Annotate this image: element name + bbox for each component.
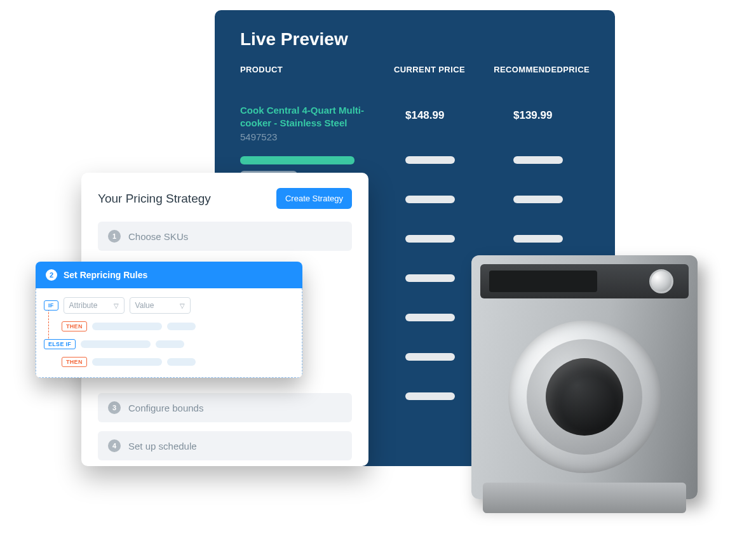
step-choose-skus[interactable]: 1 Choose SKUs (98, 222, 352, 251)
rule-then-line: THEN (44, 357, 294, 367)
col-header-recommended: RECOMMENDEDPRICE (494, 65, 590, 74)
appliance-image (456, 255, 715, 538)
product-sku: 5497523 (240, 131, 393, 142)
placeholder-bar (405, 196, 455, 203)
rule-if-line: IF Attribute ▽ Value ▽ (44, 297, 294, 314)
placeholder-pill (167, 358, 196, 366)
step-label: Choose SKUs (128, 231, 188, 242)
step-configure-bounds[interactable]: 3 Configure bounds (98, 393, 352, 422)
live-preview-header-row: PRODUCT CURRENT PRICE RECOMMENDEDPRICE (240, 65, 590, 90)
placeholder-bar (513, 235, 563, 243)
placeholder-bar (405, 314, 455, 321)
placeholder-pill (156, 340, 184, 348)
placeholder-bar (405, 353, 455, 361)
then-badge: THEN (62, 357, 87, 367)
washer-body (471, 255, 698, 499)
rules-header: 2 Set Repricing Rules (36, 262, 302, 288)
create-strategy-button[interactable]: Create Strategy (276, 188, 352, 209)
washer-glass (546, 358, 623, 436)
value-placeholder: Value (135, 301, 154, 310)
chevron-down-icon: ▽ (114, 302, 119, 309)
placeholder-bar (240, 156, 354, 164)
rule-then-line: THEN (44, 321, 294, 331)
repricing-rules-panel: 2 Set Repricing Rules IF Attribute ▽ Val… (36, 262, 302, 378)
placeholder-bar (513, 156, 563, 164)
washer-door (508, 321, 661, 473)
placeholder-bar (405, 274, 455, 282)
step-setup-schedule[interactable]: 4 Set up schedule (98, 431, 352, 460)
step-number-badge: 1 (108, 230, 121, 243)
step-number-badge: 2 (46, 269, 57, 281)
placeholder-bar (513, 196, 563, 203)
elseif-badge: ELSE IF (44, 339, 76, 349)
product-name: Cook Central 4-Quart Multi-cooker - Stai… (240, 104, 393, 130)
washer-control-panel (480, 264, 689, 298)
washer-base (483, 483, 686, 513)
placeholder-pill (81, 340, 151, 348)
current-price: $148.99 (405, 104, 513, 122)
placeholder-pill (92, 323, 162, 330)
placeholder-bar (405, 156, 455, 164)
rule-elseif-line: ELSE IF (44, 339, 294, 349)
product-row: Cook Central 4-Quart Multi-cooker - Stai… (240, 104, 590, 142)
rules-title: Set Repricing Rules (64, 270, 147, 280)
washer-dial (649, 269, 673, 293)
col-header-product: PRODUCT (240, 65, 394, 74)
if-badge: IF (44, 300, 58, 311)
strategy-title: Your Pricing Strategy (98, 192, 211, 206)
recommended-price: $139.99 (513, 104, 590, 122)
step-label: Configure bounds (128, 403, 203, 413)
step-label: Set up schedule (128, 441, 197, 451)
attribute-placeholder: Attribute (69, 301, 98, 310)
then-badge: THEN (62, 321, 87, 331)
placeholder-pill (167, 323, 196, 330)
step-number-badge: 4 (108, 439, 121, 452)
placeholder-bar (405, 392, 455, 400)
chevron-down-icon: ▽ (180, 302, 185, 309)
washer-door-inner (527, 339, 642, 455)
value-select[interactable]: Value ▽ (130, 297, 191, 314)
step-number-badge: 3 (108, 401, 121, 414)
placeholder-bar (405, 235, 455, 243)
attribute-select[interactable]: Attribute ▽ (64, 297, 125, 314)
washer-display (489, 271, 597, 292)
col-header-current: CURRENT PRICE (394, 65, 494, 74)
placeholder-pill (92, 358, 162, 366)
live-preview-title: Live Preview (240, 29, 590, 50)
